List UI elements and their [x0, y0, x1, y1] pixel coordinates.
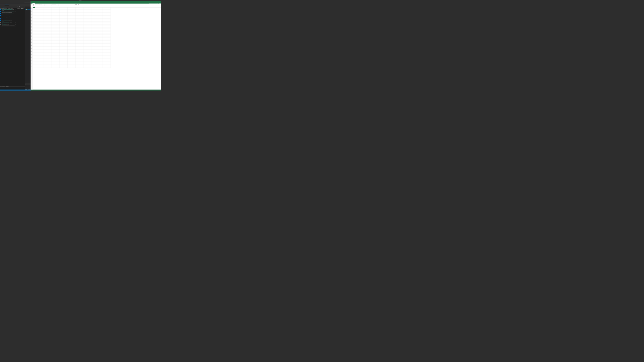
nuget-search-input[interactable]	[1, 8, 7, 9]
decrease-decimal-btn[interactable]: .0←	[57, 4, 58, 5]
vs-minimize-btn[interactable]	[1, 2, 2, 2]
excel-cell[interactable]	[52, 68, 54, 68]
ribbon-format-painter-btn[interactable]: 🖌 Format Painter	[32, 5, 35, 6]
pkg-item-1[interactable]: M Microsoft.AspNetCore.Components.WebAss…	[0, 9, 16, 11]
page-break-btn[interactable]: ▣	[154, 90, 155, 90]
autosum-btn[interactable]: Σ AutoSum ▼	[80, 4, 82, 4]
nuget-tab-consolidate[interactable]: Consolidate	[10, 7, 13, 8]
number-format-select[interactable]: General	[52, 4, 56, 4]
excel-cell[interactable]	[76, 68, 78, 68]
excel-cell[interactable]	[102, 68, 105, 68]
vs-tab-close-server[interactable]: ✕	[8, 5, 9, 5]
nuget-refresh-btn[interactable]: ↺	[8, 8, 8, 9]
props-close-btn[interactable]: ✕	[30, 83, 30, 84]
vs-maximize-btn[interactable]	[2, 2, 2, 2]
delete-btn[interactable]: ⊟ Delete	[76, 4, 77, 5]
pkg-item-6[interactable]: M Microsoft.EntityFrameworkCore.Tools by…	[0, 20, 16, 22]
vs-tab-close-client[interactable]: ✕	[4, 5, 4, 5]
toolbar-config-btn[interactable]: Any CPU	[4, 3, 6, 4]
menu-window[interactable]: Window	[18, 3, 20, 3]
percent-btn[interactable]: %	[53, 4, 54, 5]
menu-help[interactable]: Help	[20, 3, 22, 3]
menu-build[interactable]: Build	[7, 3, 9, 3]
align-bottom-btn[interactable]: ⬇	[47, 4, 48, 4]
excel-cell[interactable]	[84, 68, 86, 68]
nuget-tab-installed[interactable]: Installed	[3, 7, 6, 8]
excel-cell[interactable]	[78, 68, 81, 68]
font-increase-btn[interactable]: A↑	[42, 4, 43, 4]
sol-close-btn[interactable]: ✕	[30, 5, 30, 6]
align-middle-btn[interactable]: ⬛	[46, 4, 47, 4]
menu-project[interactable]: Project	[5, 3, 7, 3]
menu-extensions[interactable]: Extensions	[16, 3, 18, 3]
format-table-btn[interactable]: Format as Table ▼	[63, 4, 66, 4]
cell-style-good[interactable]: Good	[68, 4, 68, 4]
sol-settings-btn[interactable]: ⚙	[29, 5, 30, 6]
menu-edit[interactable]: Edit	[2, 3, 3, 3]
vs-search-input[interactable]	[24, 3, 30, 3]
excel-maximize-btn[interactable]: □	[160, 2, 160, 2]
output-clear-btn[interactable]: 🗑	[22, 86, 22, 87]
nuget-source-select[interactable]: nuget.org	[21, 8, 24, 9]
excel-cell[interactable]	[86, 68, 89, 68]
props-search-btn[interactable]: 🔍	[26, 84, 26, 85]
merge-center-btn[interactable]: Merge & Center	[49, 4, 51, 5]
excel-cell[interactable]	[44, 68, 46, 68]
pkg-item-5[interactable]: M Microsoft.EntityFrameworkCore.SqlServe…	[0, 18, 16, 19]
vs-status-source-control[interactable]: Add to Source Control	[22, 90, 26, 90]
excel-cell[interactable]	[33, 68, 36, 68]
excel-cell[interactable]	[70, 68, 73, 68]
border-btn[interactable]: ⊞	[40, 4, 41, 5]
fill-btn[interactable]: ↓ Fill ▼	[82, 4, 84, 4]
output-source-select[interactable]: IntelliSense	[6, 86, 8, 87]
bold-btn[interactable]: B	[36, 4, 37, 5]
formula-input[interactable]	[35, 6, 161, 7]
pkg-item-8[interactable]: S System.Data.SqlClient by Microsoft The…	[0, 24, 16, 26]
vs-close-btn[interactable]	[0, 2, 1, 2]
sort-filter-btn[interactable]: Sort & Filter ▼	[86, 4, 88, 4]
pkg-item-7[interactable]: S System.ComponentModel.Annotations by M…	[0, 22, 16, 24]
vs-status-repo[interactable]: Select Repository	[27, 90, 30, 90]
font-decrease-btn[interactable]: A↓	[43, 4, 44, 4]
excel-cell[interactable]	[57, 68, 60, 68]
sol-search-btn[interactable]: 🔍	[28, 5, 29, 6]
excel-cell[interactable]	[41, 68, 44, 68]
excel-cell[interactable]	[60, 68, 62, 68]
find-select-btn[interactable]: Find & Select ▼	[88, 4, 91, 4]
font-name-select[interactable]: Calibri	[36, 4, 40, 4]
fill-color-btn[interactable]: A🎨	[41, 4, 42, 5]
menu-debug[interactable]: Debug	[9, 3, 10, 3]
normal-view-btn[interactable]: ▤	[153, 90, 154, 90]
toolbar-run-btn[interactable]: ▶ ▶ IIS Express	[0, 3, 4, 4]
align-right-btn[interactable]: ≡	[47, 4, 48, 5]
excel-close-btn[interactable]: ✕	[160, 2, 161, 2]
row-header-80[interactable]: 80	[31, 68, 33, 68]
italic-btn[interactable]: I	[37, 4, 38, 5]
align-left-btn[interactable]: ≡	[45, 4, 46, 5]
output-pin-btn[interactable]: 📌	[23, 86, 23, 87]
output-close-btn[interactable]: ✕	[24, 86, 24, 87]
excel-cell[interactable]	[94, 68, 97, 68]
excel-cell[interactable]	[38, 68, 41, 68]
nuget-tab-updates[interactable]: Updates	[6, 7, 9, 8]
excel-minimize-btn[interactable]: ─	[159, 2, 160, 2]
underline-btn[interactable]: U	[38, 4, 39, 5]
excel-cell[interactable]	[36, 68, 38, 68]
accounting-btn[interactable]: $	[52, 4, 53, 5]
excel-cell[interactable]	[81, 68, 84, 68]
format-btn[interactable]: ⚙ Format	[78, 4, 79, 5]
normal-style[interactable]: Normal	[70, 4, 72, 4]
excel-cell[interactable]	[54, 68, 57, 68]
sol-node-shared[interactable]: ▶ 📁 monopad.Shared	[25, 10, 31, 10]
include-prerelease-checkbox[interactable]	[8, 8, 9, 9]
page-layout-btn[interactable]: ▦	[154, 90, 154, 90]
excel-cell[interactable]	[105, 68, 108, 68]
props-sort-btn[interactable]: ⊞	[25, 84, 26, 85]
insert-btn[interactable]: ⊞ Insert	[75, 4, 76, 5]
menu-analyze[interactable]: Analyze	[12, 3, 14, 3]
wrap-text-btn[interactable]: Wrap Text	[49, 4, 50, 4]
excel-cell[interactable]	[97, 68, 100, 68]
align-center-btn[interactable]: ≡	[46, 4, 47, 5]
cell-style-bad[interactable]: Bad	[66, 4, 68, 4]
nuget-close-btn[interactable]: ✕	[24, 6, 24, 6]
